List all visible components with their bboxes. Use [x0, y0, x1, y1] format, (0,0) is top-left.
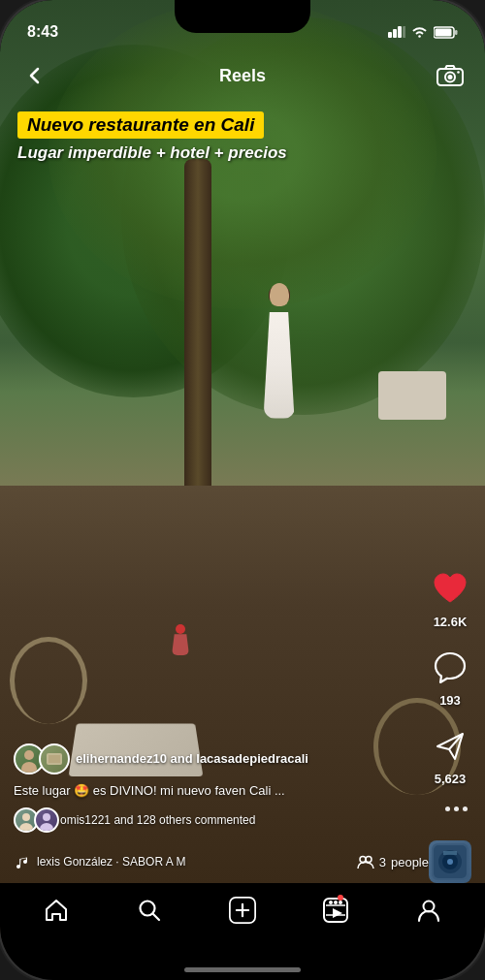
people-info[interactable]: 3 people	[357, 855, 429, 869]
search-icon	[136, 897, 163, 924]
svg-point-16	[43, 813, 50, 821]
svg-point-24	[447, 859, 453, 865]
comment-icon	[434, 651, 467, 684]
author-avatars	[14, 743, 70, 775]
svg-rect-3	[403, 26, 405, 38]
nav-profile[interactable]	[404, 897, 453, 924]
svg-rect-2	[398, 26, 402, 38]
author-1[interactable]: elihernandez10	[76, 751, 167, 766]
figure-head	[270, 283, 289, 306]
status-icons	[388, 26, 458, 39]
figure-body	[264, 312, 295, 419]
people-count: 3	[379, 855, 386, 869]
reels-icon	[322, 897, 349, 924]
commenter-avatars	[14, 807, 54, 833]
home-icon	[43, 897, 70, 924]
home-indicator	[184, 967, 301, 972]
title-subtitle: Lugar imperdible + hotel + precios	[17, 143, 468, 163]
svg-point-30	[339, 901, 342, 904]
svg-point-17	[40, 823, 53, 831]
nav-home[interactable]	[32, 897, 81, 924]
header-title: Reels	[219, 66, 266, 86]
svg-rect-5	[455, 30, 458, 35]
svg-marker-31	[333, 908, 342, 918]
svg-point-29	[334, 901, 338, 904]
comments-summary: omis1221 and 128 others commented	[60, 813, 255, 827]
music-info[interactable]: lexis González · SABOR A M	[14, 853, 357, 870]
svg-point-32	[424, 901, 435, 912]
author-avatar-2	[39, 743, 70, 775]
music-thumbnail[interactable]	[429, 840, 471, 883]
camera-icon	[436, 64, 464, 87]
music-note-icon	[14, 853, 31, 870]
like-action[interactable]: 12.6K	[429, 568, 471, 629]
svg-rect-1	[393, 29, 397, 38]
bottom-overlay: elihernandez10 and lacasadepiedracali Es…	[0, 743, 485, 883]
svg-point-10	[457, 71, 460, 74]
people-label: people	[391, 855, 429, 869]
author-row: elihernandez10 and lacasadepiedracali	[14, 743, 471, 775]
title-overlay: Nuevo restaurante en Cali Lugar imperdib…	[0, 111, 485, 163]
music-people-row: lexis González · SABOR A M 3 people	[14, 840, 471, 883]
drink-glass	[172, 634, 189, 655]
battery-icon	[434, 26, 458, 39]
music-text: lexis González · SABOR A M	[37, 855, 185, 869]
like-icon-wrap	[429, 568, 471, 611]
author-2[interactable]: lacasadepiedracali	[196, 751, 308, 766]
svg-rect-0	[388, 32, 392, 38]
phone-frame: 8:43	[0, 0, 485, 980]
svg-point-28	[329, 901, 333, 904]
reels-notification-dot	[338, 895, 343, 901]
svg-point-19	[366, 857, 372, 863]
svg-point-12	[21, 762, 37, 773]
comment-icon-wrap	[429, 647, 471, 689]
status-time: 8:43	[27, 23, 58, 41]
top-bar: Reels	[0, 48, 485, 103]
author-names: elihernandez10 and lacasadepiedracali	[76, 751, 308, 766]
people-icon	[357, 855, 374, 869]
likes-count: 12.6K	[434, 615, 468, 629]
svg-point-11	[24, 750, 34, 760]
screen: 8:43	[0, 0, 485, 980]
svg-point-15	[19, 823, 33, 831]
comments-others-text: and 128 others commented	[113, 813, 255, 827]
comments-count: 193	[439, 693, 461, 708]
commenter-name: omis1221	[60, 813, 111, 827]
drink	[170, 626, 191, 653]
comment-action[interactable]: 193	[429, 647, 471, 708]
nav-reels[interactable]	[311, 897, 360, 924]
background-table	[378, 371, 446, 420]
nav-search[interactable]	[125, 897, 174, 924]
svg-point-14	[22, 813, 30, 821]
profile-icon	[415, 897, 442, 924]
back-button[interactable]	[17, 58, 52, 93]
svg-point-9	[447, 75, 452, 79]
comments-row: omis1221 and 128 others commented	[14, 807, 471, 833]
svg-point-18	[360, 857, 366, 863]
svg-rect-6	[436, 28, 452, 36]
nav-create[interactable]	[218, 897, 267, 924]
commenter-avatar-2	[34, 807, 59, 833]
notch	[175, 0, 310, 33]
person-figure	[252, 283, 306, 419]
camera-button[interactable]	[433, 58, 468, 93]
post-caption: Este lugar 🤩 es DIVINO! mi nuevo faven C…	[14, 782, 471, 800]
signal-icon	[388, 26, 405, 38]
title-highlight: Nuevo restaurante en Cali	[17, 111, 264, 139]
bottom-nav	[0, 883, 485, 980]
create-icon	[229, 897, 256, 924]
heart-icon	[433, 573, 468, 606]
drink-cherry	[176, 624, 185, 634]
wifi-icon	[411, 26, 428, 39]
author-separator: and	[167, 751, 196, 766]
chair-left	[10, 637, 87, 724]
